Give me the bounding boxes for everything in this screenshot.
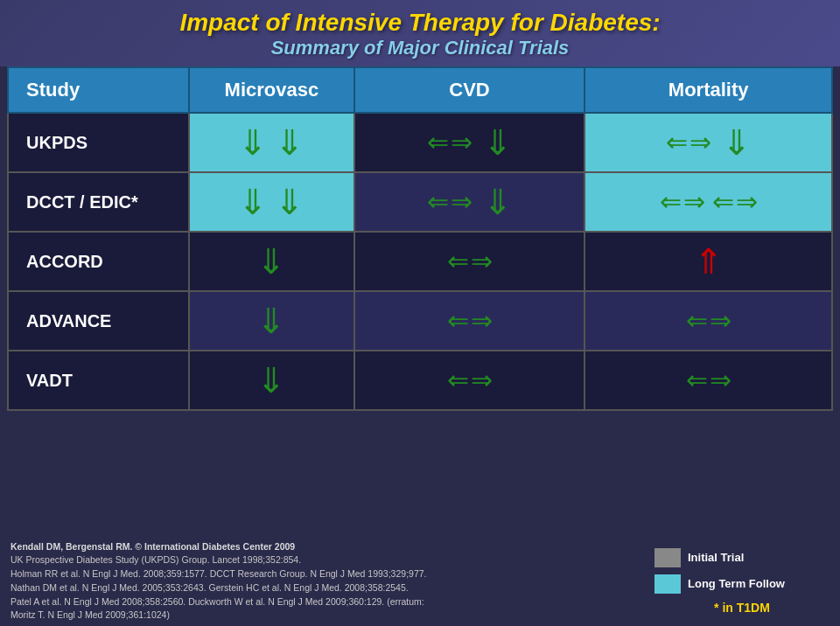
ref-line2: UK Prospective Diabetes Study (UKPDS) Gr… xyxy=(10,553,637,567)
arrow-down-icon: ⇓ xyxy=(483,184,513,219)
legend-item-initial: Initial Trial xyxy=(654,548,830,567)
arrow-left-icon: ⇐ xyxy=(427,129,449,156)
arrow-down-icon: ⇓ xyxy=(722,125,752,160)
arrow-right-icon: ⇒ xyxy=(710,367,732,393)
legend-box-gray xyxy=(654,548,681,567)
cell-accord-mortality: ⇑ xyxy=(584,232,832,291)
arrow-left-icon: ⇐ xyxy=(447,367,469,393)
ref-line6: Moritz T. N Engl J Med 2009;361:1024) xyxy=(10,609,637,623)
study-name-vadt: VADT xyxy=(8,351,189,410)
table-row: ACCORD ⇓ ⇐ ⇒ xyxy=(8,232,832,291)
arrow-left-icon: ⇐ xyxy=(427,189,449,215)
header-cvd: CVD xyxy=(354,67,585,113)
cell-ukpds-cvd: ⇐ ⇒ ⇓ xyxy=(354,113,585,172)
cell-ukpds-mortality: ⇐ ⇒ ⇓ xyxy=(584,113,832,172)
legend-item-longterm: Long Term Follow xyxy=(654,574,830,594)
arrow-right-icon: ⇒ xyxy=(471,367,493,393)
arrow-right-icon: ⇒ xyxy=(683,189,705,215)
arrow-down-icon: ⇓ xyxy=(256,244,286,279)
table-section: Study Microvasc CVD Mortality UKPDS ⇓ ⇓ xyxy=(0,66,840,533)
study-name-accord: ACCORD xyxy=(8,232,189,291)
cell-vadt-microvasc: ⇓ xyxy=(189,351,354,410)
header-mortality: Mortality xyxy=(584,67,832,113)
legend-label-longterm: Long Term Follow xyxy=(688,577,785,590)
arrow-right-icon: ⇒ xyxy=(690,129,711,156)
arrow-right-icon: ⇒ xyxy=(710,308,732,334)
title-line2: Summary of Major Clinical Trials xyxy=(18,37,822,59)
study-name-dcct: DCCT / EDIC* xyxy=(8,172,189,232)
study-name-ukpds: UKPDS xyxy=(8,113,189,172)
cell-dcct-microvasc: ⇓ ⇓ xyxy=(189,172,354,232)
ref-line3: Holman RR et al. N Engl J Med. 2008;359:… xyxy=(10,567,637,581)
table-row: VADT ⇓ ⇐ ⇒ xyxy=(8,351,832,410)
arrow-left-icon: ⇐ xyxy=(447,248,469,275)
ref-line4: Nathan DM et al. N Engl J Med. 2005;353:… xyxy=(10,581,637,595)
cell-accord-cvd: ⇐ ⇒ xyxy=(354,232,585,291)
legend: Initial Trial Long Term Follow * in T1DM xyxy=(654,540,830,623)
arrow-left-icon: ⇐ xyxy=(447,308,469,334)
arrow-down-icon: ⇓ xyxy=(256,363,286,398)
title-line1: Impact of Intensive Therapy for Diabetes… xyxy=(18,9,822,37)
ref-line1: Kendall DM, Bergenstal RM. © Internation… xyxy=(10,540,637,554)
cell-advance-cvd: ⇐ ⇒ xyxy=(354,291,585,351)
cell-vadt-cvd: ⇐ ⇒ xyxy=(354,351,585,410)
cell-dcct-cvd: ⇐ ⇒ ⇓ xyxy=(354,172,585,232)
cell-advance-microvasc: ⇓ xyxy=(189,291,354,351)
arrow-down-icon: ⇓ xyxy=(275,125,304,160)
cell-dcct-mortality: ⇐ ⇒ ⇐ ⇒ xyxy=(584,172,832,232)
arrow-left-icon: ⇐ xyxy=(686,367,708,393)
study-name-advance: ADVANCE xyxy=(8,291,189,351)
legend-asterisk: * in T1DM xyxy=(654,601,830,615)
bottom-section: Kendall DM, Bergenstal RM. © Internation… xyxy=(0,533,840,627)
cell-advance-mortality: ⇐ ⇒ xyxy=(584,291,832,351)
page-wrapper: Impact of Intensive Therapy for Diabetes… xyxy=(0,0,840,626)
arrow-down-icon: ⇓ xyxy=(238,125,268,160)
arrow-right-icon: ⇒ xyxy=(451,189,472,215)
main-table: Study Microvasc CVD Mortality UKPDS ⇓ ⇓ xyxy=(7,66,833,411)
title-section: Impact of Intensive Therapy for Diabetes… xyxy=(0,0,840,66)
arrow-left-icon: ⇐ xyxy=(666,129,688,156)
arrow-left-icon: ⇐ xyxy=(712,189,734,215)
header-microvasc: Microvasc xyxy=(189,67,354,113)
arrow-down-icon: ⇓ xyxy=(275,184,304,219)
arrow-left-icon: ⇐ xyxy=(660,189,682,215)
legend-label-initial: Initial Trial xyxy=(688,551,744,564)
cell-vadt-mortality: ⇐ ⇒ xyxy=(584,351,832,410)
arrow-down-icon: ⇓ xyxy=(238,184,268,219)
table-row: DCCT / EDIC* ⇓ ⇓ ⇐ xyxy=(8,172,832,232)
arrow-down-icon: ⇓ xyxy=(256,303,286,338)
cell-accord-microvasc: ⇓ xyxy=(189,232,354,291)
header-study: Study xyxy=(8,67,189,113)
arrow-down-icon: ⇓ xyxy=(483,125,513,160)
arrow-left-icon: ⇐ xyxy=(686,308,708,334)
legend-box-cyan xyxy=(654,574,681,594)
table-row: UKPDS ⇓ ⇓ ⇐ ⇒ xyxy=(8,113,832,172)
references: Kendall DM, Bergenstal RM. © Internation… xyxy=(10,540,637,623)
ref-line5: Patel A et al. N Engl J Med 2008;358:256… xyxy=(10,595,637,609)
arrow-right-icon: ⇒ xyxy=(471,248,493,275)
cell-ukpds-microvasc: ⇓ ⇓ xyxy=(189,113,354,172)
arrow-right-icon: ⇒ xyxy=(736,189,758,215)
arrow-up-red-icon: ⇑ xyxy=(694,244,724,279)
arrow-right-icon: ⇒ xyxy=(451,129,472,156)
table-row: ADVANCE ⇓ ⇐ ⇒ xyxy=(8,291,832,351)
arrow-right-icon: ⇒ xyxy=(471,308,493,334)
